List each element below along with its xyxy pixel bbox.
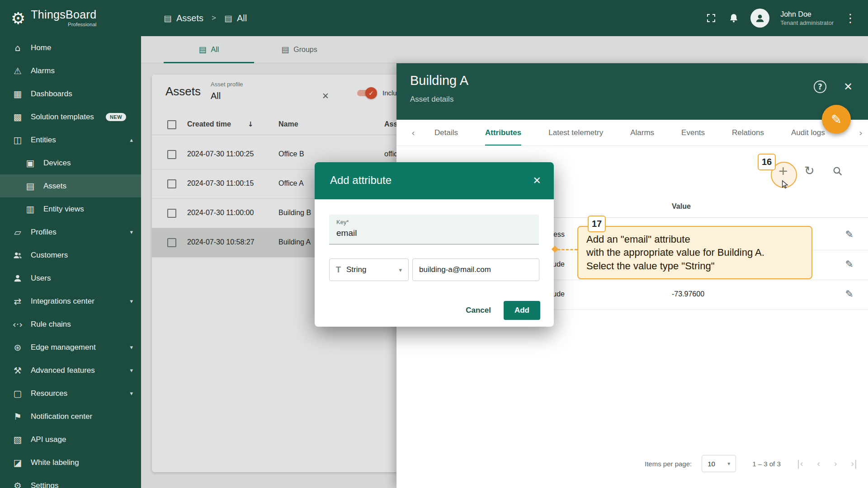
top-bar: ▤ Assets > ▤ All John Doe Tenant adminis… (141, 0, 868, 36)
value-type-select[interactable]: T String ▾ (329, 258, 409, 281)
breadcrumb-separator: > (212, 14, 216, 23)
edit-attribute-icon[interactable]: ✎ (845, 258, 854, 270)
sidebar-item-label: Entities (31, 136, 56, 145)
sidebar-item-notification-center[interactable]: ⚑ Notification center (0, 405, 141, 428)
step-17-badge: 17 (588, 216, 606, 232)
help-icon[interactable]: ? (814, 80, 826, 93)
sidebar-item-rule-chains[interactable]: ‹·› Rule chains (0, 313, 141, 336)
step-17-tooltip: Add an "email" attribute with the approp… (577, 226, 812, 279)
step-16-badge: 16 (758, 154, 776, 170)
sidebar-item-label: Integrations center (31, 297, 94, 306)
sidebar-item-resources[interactable]: ▢ Resources ▾ (0, 382, 141, 405)
sidebar-item-assets[interactable]: ▤ Assets (0, 174, 141, 197)
chevron-down-icon: ▾ (130, 390, 133, 397)
sidebar-item-label: Assets (43, 182, 66, 191)
key-input[interactable] (336, 228, 531, 238)
customers-icon (12, 250, 24, 260)
edge-management-icon: ⊛ (12, 342, 24, 353)
refresh-icon[interactable]: ↻ (804, 164, 815, 178)
last-page-icon[interactable]: ›| (851, 459, 857, 469)
sidebar: ⚙ ThingsBoard Professional ⌂ Home ⚠ Alar… (0, 0, 141, 488)
first-page-icon[interactable]: |‹ (797, 459, 803, 469)
sidebar-item-label: Notification center (31, 412, 92, 421)
top-bar-actions: John Doe Tenant administrator ⋮ (705, 9, 868, 28)
sidebar-item-label: Advanced features (31, 366, 95, 375)
sidebar-item-settings[interactable]: ⚙ Settings (0, 474, 141, 488)
sidebar-item-white-labeling[interactable]: ◪ White labeling (0, 451, 141, 474)
drawer-subtitle: Asset details (410, 95, 453, 104)
user-role: Tenant administrator (780, 19, 834, 26)
drawer-tabs: ‹ Details Attributes Latest telemetry Al… (396, 120, 868, 146)
tab-relations[interactable]: Relations (732, 120, 764, 146)
breadcrumb-section[interactable]: Assets (176, 13, 203, 23)
sidebar-item-edge-management[interactable]: ⊛ Edge management ▾ (0, 336, 141, 359)
tab-alarms[interactable]: Alarms (630, 120, 654, 146)
page-size-select[interactable]: 10 ▾ (702, 455, 736, 472)
sidebar-item-integrations-center[interactable]: ⇄ Integrations center ▾ (0, 290, 141, 313)
notifications-bell-icon[interactable] (728, 12, 740, 24)
edit-attribute-icon[interactable]: ✎ (845, 229, 854, 240)
alarms-icon: ⚠ (12, 66, 24, 76)
tooltip-line: Add an "email" attribute (586, 233, 803, 246)
sidebar-item-dashboards[interactable]: ▦ Dashboards (0, 82, 141, 105)
sidebar-item-devices[interactable]: ▣ Devices (0, 151, 141, 174)
tooltip-line: with the appropriate value for Building … (586, 246, 803, 259)
users-icon (12, 273, 24, 283)
cancel-button[interactable]: Cancel (466, 306, 491, 315)
tab-details[interactable]: Details (434, 120, 458, 146)
tab-attributes[interactable]: Attributes (485, 120, 521, 146)
logo-gear-icon: ⚙ (11, 9, 25, 28)
dashboards-icon: ▦ (12, 89, 24, 99)
sidebar-item-alarms[interactable]: ⚠ Alarms (0, 59, 141, 82)
add-button[interactable]: Add (504, 301, 540, 320)
breadcrumb-page[interactable]: All (237, 13, 247, 23)
avatar[interactable] (750, 9, 769, 28)
sidebar-item-users[interactable]: Users (0, 267, 141, 290)
sidebar-item-label: Profiles (31, 228, 57, 237)
tab-latest-telemetry[interactable]: Latest telemetry (548, 120, 603, 146)
search-icon[interactable] (832, 165, 843, 180)
solution-templates-icon: ▩ (12, 112, 24, 122)
attribute-value: -73.97600 (672, 290, 704, 298)
sidebar-item-home[interactable]: ⌂ Home (0, 36, 141, 59)
app-edition: Professional (31, 22, 96, 27)
key-field[interactable]: Key* (329, 215, 539, 244)
sidebar-item-api-usage[interactable]: ▧ API usage (0, 428, 141, 451)
sidebar-item-label: Alarms (31, 66, 55, 75)
chevron-down-icon: ▾ (130, 229, 133, 235)
home-icon: ⌂ (12, 42, 24, 53)
sidebar-item-entity-views[interactable]: ▥ Entity views (0, 197, 141, 221)
page-range: 1 – 3 of 3 (752, 460, 781, 468)
user-block[interactable]: John Doe Tenant administrator (780, 10, 834, 26)
drawer-title: Building A (410, 73, 468, 88)
sidebar-item-solution-templates[interactable]: ▩ Solution templates NEW (0, 105, 141, 128)
sidebar-nav: ⌂ Home ⚠ Alarms ▦ Dashboards ▩ Solution … (0, 36, 141, 488)
chevron-down-icon: ▾ (727, 460, 730, 467)
sidebar-item-entities[interactable]: ◫ Entities ▴ (0, 128, 141, 151)
sidebar-item-label: Users (31, 274, 51, 283)
close-dialog-icon[interactable]: ✕ (533, 175, 541, 186)
rule-chains-icon: ‹·› (12, 319, 24, 330)
tab-events[interactable]: Events (681, 120, 705, 146)
tabs-scroll-left-icon[interactable]: ‹ (406, 127, 421, 138)
sidebar-item-advanced-features[interactable]: ⚒ Advanced features ▾ (0, 359, 141, 382)
dialog-actions: Cancel Add (466, 301, 540, 320)
sidebar-item-customers[interactable]: Customers (0, 244, 141, 267)
edit-attribute-icon[interactable]: ✎ (845, 288, 854, 300)
tabs-scroll-right-icon[interactable]: › (857, 126, 864, 140)
previous-page-icon[interactable]: ‹ (817, 459, 821, 469)
close-drawer-icon[interactable]: ✕ (844, 80, 853, 93)
dialog-title: Add attribute (330, 174, 392, 187)
next-page-icon[interactable]: › (834, 459, 837, 469)
new-badge: NEW (106, 113, 126, 121)
column-value[interactable]: Value (672, 202, 691, 211)
string-type-icon: T (336, 265, 341, 275)
devices-icon: ▣ (24, 158, 36, 169)
sidebar-item-profiles[interactable]: ▱ Profiles ▾ (0, 221, 141, 244)
tab-audit-logs[interactable]: Audit logs (791, 120, 825, 146)
fullscreen-icon[interactable] (705, 12, 717, 24)
more-menu-icon[interactable]: ⋮ (844, 11, 856, 25)
value-input[interactable] (413, 259, 539, 281)
chevron-down-icon: ▾ (130, 344, 133, 351)
edit-fab-button[interactable]: ✎ (822, 105, 851, 134)
